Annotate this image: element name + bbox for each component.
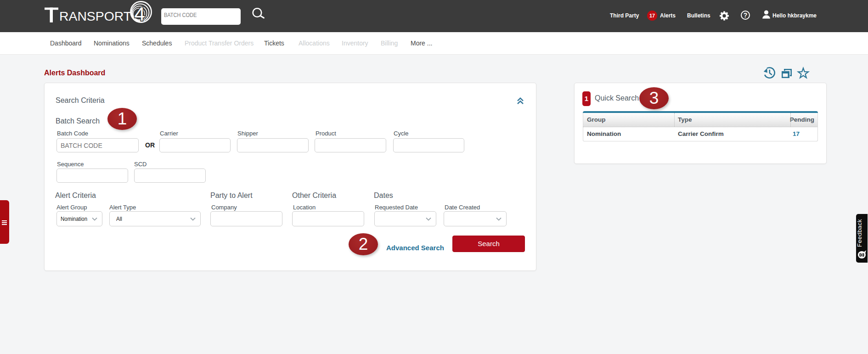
svg-text:RANSPORT: RANSPORT: [59, 9, 131, 23]
svg-text:4: 4: [135, 3, 146, 25]
svg-text:?: ?: [744, 11, 748, 19]
